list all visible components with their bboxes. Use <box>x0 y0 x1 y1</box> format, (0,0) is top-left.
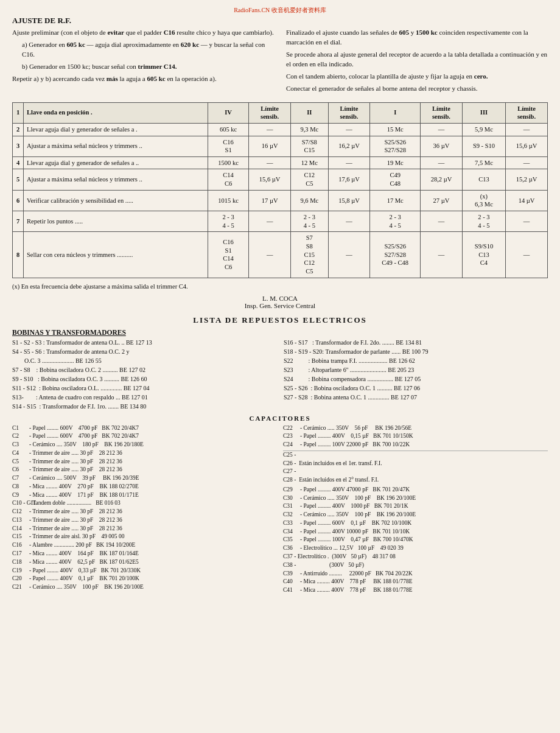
cap-row: C31- Papel ......... 400V 1000 pF BK 701… <box>283 502 548 511</box>
intro-left-p1: Ajuste preliminar (con el objeto de evit… <box>12 28 274 38</box>
cap-row: C32- Cerámico ..... 350V 100 pF BK 196 2… <box>283 511 548 519</box>
cap-row: C10 - C11- Tandem doble ................… <box>12 499 277 508</box>
cap-row: C12- Trimmer de aire ..... 30 pF 28 212 … <box>12 508 277 516</box>
cap-row: C24- Papel ......... 100V 22000 pF BK 70… <box>283 441 548 449</box>
bobinas-grid: S1 - S2 - S3 : Transformador de antena O… <box>12 338 548 411</box>
cap-row: C27 - <box>283 468 548 476</box>
cap-row: C16- Alambre .............. 200 pF BK 19… <box>12 541 277 550</box>
col-desc: Llave onda en posición . <box>24 102 208 123</box>
cap-row: C14- Trimmer de aire ..... 30 pF 28 212 … <box>12 525 277 533</box>
col-iv-lim: Límitesensib. <box>249 102 291 123</box>
alignment-table: 1 Llave onda en posición . IV Límitesens… <box>12 102 548 278</box>
intro-left-repeat: Repetir a) y b) acercando cada vez más l… <box>12 74 274 84</box>
cap-row: C29- Papel ......... 400V 47000 pF BK 70… <box>283 486 548 494</box>
bobina-row: S22 : Bobina trampa F.I. ...............… <box>284 356 548 365</box>
cap-row: C13- Trimmer de aire ..... 30 pF 28 212 … <box>12 516 277 525</box>
signature-title: Insp. Gen. Service Central <box>12 302 548 309</box>
col-num: 1 <box>13 102 24 123</box>
cap-row: C7- Cerámico .... 500V 39 pF BK 196 20/3… <box>12 474 277 483</box>
bobina-row: S16 - S17 : Transformador de F.I. 2do. .… <box>284 338 548 347</box>
cap-row: C5- Trimmer de aire ..... 30 pF 28 212 3… <box>12 458 277 466</box>
intro-right-p1: Finalizado el ajuste cuando las señales … <box>286 28 548 47</box>
cap-row: C21- Cerámico .... 350V 100 pF BK 196 20… <box>12 583 277 592</box>
cap-row: C39- Antirruido ......... 22000 pF BK 70… <box>283 570 548 578</box>
bobinas-right: S16 - S17 : Transformador de F.I. 2do. .… <box>284 338 548 411</box>
col-i-lim: Límitesensib. <box>421 102 463 123</box>
rf-section-title: AJUSTE DE R.F. <box>12 16 548 26</box>
cap-row: C19- Papel ........ 400V 0,33 µF BK 701 … <box>12 567 277 575</box>
cap-row: C25 - <box>283 451 548 460</box>
bobina-row: S11 - S12 : Bobina osciladora O.L. .....… <box>12 384 276 393</box>
bobina-row: S24 : Bobina compensadora ..............… <box>284 374 548 384</box>
cap-row: C41- Mica ......... 400V 778 pF BK 188 0… <box>283 586 548 595</box>
capacitores-grid: C1- Papel ........ 600V 4700 pF BK 702 2… <box>12 424 548 595</box>
lista-title: LISTA DE REPUESTOS ELECTRICOS <box>12 315 548 325</box>
cap-row: C15- Trimmer de aire aisl. 30 pF 49 005 … <box>12 533 277 541</box>
cap-row: C23- Papel ......... 400V 0,15 µF BK 701… <box>283 432 548 441</box>
cap-row: C38 - (300V 50 µF) <box>283 561 548 570</box>
bobina-row: S13- : Antena de cuadro con respaldo ...… <box>12 393 276 402</box>
cap-row: C35- Papel ......... 100V 0,47 µF BK 700… <box>283 536 548 544</box>
cap-row: C20- Papel ........ 400V 0,1 µF BK 701 2… <box>12 575 277 583</box>
cap-row: C37 - Electrolítico . (300V 50 µF) 48 31… <box>283 553 548 561</box>
cap-row: C18- Mica ........ 400V 62,5 pF BK 187 0… <box>12 558 277 567</box>
bobina-row: S27 - S28 : Bobina antena O.C. 1 .......… <box>284 393 548 402</box>
intro-columns: Ajuste preliminar (con el objeto de evit… <box>12 28 548 96</box>
bobina-row: S7 - S8 : Bobina osciladora O.C. 2 .....… <box>12 365 276 374</box>
bobina-row: S23 : Altoparlante 6'' .................… <box>284 365 548 374</box>
cap-row: C1- Papel ........ 600V 4700 pF BK 702 2… <box>12 424 277 433</box>
cap-row: C33- Papel ......... 600V 0,1 µF BK 702 … <box>283 519 548 528</box>
table-row: 8 Sellar con cera núcleos y trimmers ...… <box>13 232 548 278</box>
header-banner: RadioFans.CN 收音机爱好者资料库 <box>12 6 548 15</box>
cap-row: C28 - Están incluidos en el 2° transf. F… <box>283 476 548 485</box>
bobina-row: S4 - S5 - S6 : Transformador de antena O… <box>12 347 276 356</box>
bobina-row: S9 - S10 : Bobina osciladora O.C. 3 ....… <box>12 374 276 384</box>
cap-row: C26 - Están incluidos en el 1er. transf.… <box>283 460 548 468</box>
intro-left-b: b) Generador en 1500 kc; buscar señal co… <box>22 62 274 72</box>
intro-right: Finalizado el ajuste cuando las señales … <box>286 28 548 96</box>
table-row: 7 Repetir los puntos ..... 2 - 34 - 5 — … <box>13 211 548 232</box>
bobina-row: S1 - S2 - S3 : Transformador de antena O… <box>12 338 276 347</box>
cap-row: C6- Trimmer de aire ..... 30 pF 28 212 3… <box>12 466 277 474</box>
cap-row: C9- Mica ........ 400V 171 pF BK 188 01/… <box>12 491 277 500</box>
bobina-row: S14 - S15 : Transformador de F.I. 1ro. .… <box>12 402 276 411</box>
col-i: I <box>370 102 421 123</box>
cap-row: C34- Papel ......... 400V 10000 pF BK 70… <box>283 528 548 536</box>
table-row: 3 Ajustar a máxima señal núcleos y trimm… <box>13 136 548 156</box>
cap-right-col: C22- Cerámico ..... 350V 56 pF BK 196 20… <box>283 424 548 595</box>
cap-row: C8- Mica ........ 400V 270 pF BK 188 02/… <box>12 483 277 491</box>
cap-row: C2- Papel ........ 600V 4700 pF BK 702 2… <box>12 432 277 441</box>
cap-row: C17- Mica ........ 400V 164 pF BK 187 01… <box>12 550 277 558</box>
intro-right-p4: Conectar el generador de señales al born… <box>286 84 548 94</box>
col-ii-lim: Límitesensib. <box>328 102 370 123</box>
signature-name: L. M. COCA <box>12 295 548 302</box>
bobina-row: S25 - S26 : Bobina osciladora O.C. 1 ...… <box>284 384 548 393</box>
table-row: 5 Ajustar a máxima señal núcleos y trimm… <box>13 169 548 190</box>
table-row: 2 Llevar aguja dial y generador de señal… <box>13 123 548 136</box>
col-ii: II <box>291 102 328 123</box>
bobinas-left: S1 - S2 - S3 : Transformador de antena O… <box>12 338 276 411</box>
col-iv: IV <box>208 102 249 123</box>
bobina-row: O.C. 3 ..................... BE 126 55 <box>12 356 276 365</box>
cap-row: C36- Electrolítico ... 12,5V 100 µF 49 0… <box>283 544 548 553</box>
cap-row: C40- Mica ......... 400V 778 pF BK 188 0… <box>283 578 548 586</box>
table-row: 6 Verificar calibración y sensibilidad e… <box>13 190 548 211</box>
intro-right-p2: Se procede ahora al ajuste general del r… <box>286 50 548 69</box>
intro-right-p3: Con el tandem abierto, colocar la planti… <box>286 72 548 82</box>
bobinas-title: BOBINAS Y TRANSFORMADORES <box>12 329 548 336</box>
cap-row: C4- Trimmer de aire ..... 30 pF 28 212 3… <box>12 449 277 458</box>
cap-row: C22- Cerámico ..... 350V 56 pF BK 196 20… <box>283 424 548 433</box>
table-footnote: (x) En esta frecuencia debe ajustarse a … <box>12 283 548 290</box>
cap-left-col: C1- Papel ........ 600V 4700 pF BK 702 2… <box>12 424 277 595</box>
bobina-row: S18 - S19 - S20: Transformador de parlan… <box>284 347 548 356</box>
intro-left: Ajuste preliminar (con el objeto de evit… <box>12 28 274 96</box>
cap-row: C3- Cerámico .... 350V 180 pF BK 196 20/… <box>12 441 277 449</box>
col-iii-lim: Límitesensib. <box>506 102 548 123</box>
capacitores-title: CAPACITORES <box>12 415 548 422</box>
table-row: 4 Llevar aguja dial y generador de señal… <box>13 156 548 169</box>
cap-row: C30- Cerámico ..... 350V 100 pF BK 196 2… <box>283 494 548 503</box>
signature-block: L. M. COCA Insp. Gen. Service Central <box>12 295 548 309</box>
col-iii: III <box>462 102 505 123</box>
intro-left-a: a) Generador en 605 kc — aguja dial apro… <box>22 40 274 60</box>
